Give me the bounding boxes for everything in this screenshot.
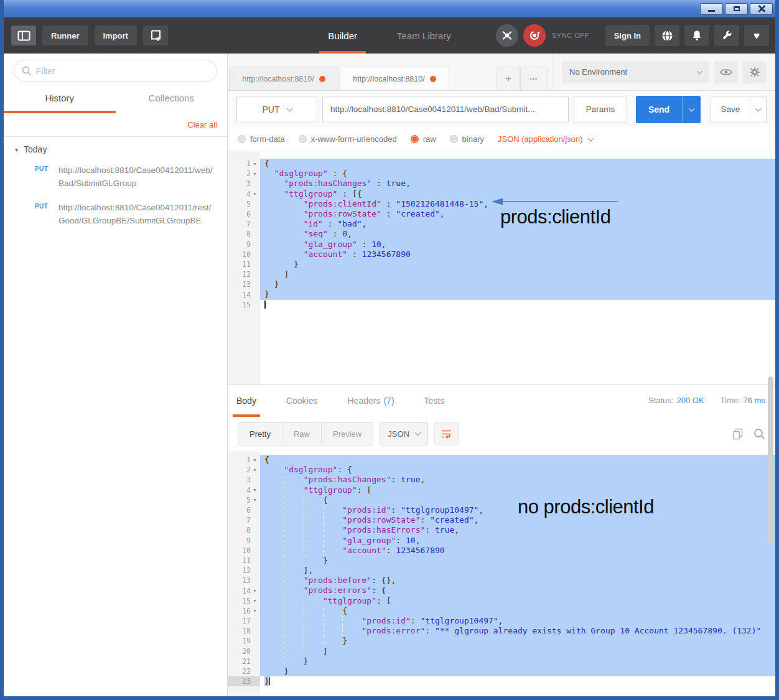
new-tab-button[interactable]: + (497, 67, 520, 90)
url-input[interactable] (322, 96, 569, 123)
tab-builder[interactable]: Builder (319, 17, 366, 54)
explore-button[interactable] (655, 25, 679, 46)
response-tab-headers[interactable]: Headers(7) (344, 385, 398, 417)
filter-input[interactable] (36, 66, 209, 76)
history-group-header[interactable]: ▾ Today (4, 137, 227, 158)
clear-all-row: Clear all (4, 113, 227, 137)
line-number: 17 (242, 617, 251, 625)
radio-icon (299, 135, 307, 143)
sidebar-tab-collections[interactable]: Collections (116, 85, 228, 113)
copy-icon[interactable] (732, 428, 744, 440)
unsaved-dot-icon (430, 76, 436, 82)
new-window-button[interactable] (143, 26, 168, 45)
history-item[interactable]: PUThttp://localhost:8810/Case00412011/we… (4, 158, 227, 195)
indent-guide (304, 596, 304, 606)
params-button[interactable]: Params (574, 96, 627, 123)
code-line: "account" : 1234567890 (260, 250, 775, 259)
save-button[interactable]: Save (711, 96, 750, 123)
heart-icon: ♥ (753, 30, 760, 41)
indent-guide (284, 495, 284, 505)
request-tab[interactable]: http://localhost:8810/ (229, 67, 338, 90)
view-mode-pretty[interactable]: Pretty (238, 422, 282, 445)
wrap-text-button[interactable] (434, 422, 459, 446)
code-line: } (260, 289, 775, 299)
gutter-line: 9 (228, 536, 260, 546)
sign-in-button[interactable]: Sign In (605, 25, 650, 46)
body-type-option[interactable]: form-data (238, 134, 285, 144)
code-area: { "dsglgroup" : { "prods:hasChanges" : t… (260, 151, 775, 384)
search-response-icon[interactable] (753, 428, 765, 440)
line-number: 7 (246, 516, 251, 525)
response-tab-body[interactable]: Body (233, 385, 260, 417)
send-options-button[interactable] (682, 96, 701, 123)
gutter-line: 11 (228, 556, 260, 566)
body-type-option[interactable]: x-www-form-urlencoded (299, 134, 397, 144)
gutter-line: 4▾ (228, 189, 260, 199)
fold-arrow-icon: ▾ (251, 171, 259, 177)
body-type-row: form-datax-www-form-urlencodedrawbinary … (228, 128, 775, 151)
content-type-select[interactable]: JSON (application/json) (498, 134, 593, 144)
sidebar-tab-history[interactable]: History (4, 85, 116, 113)
method-select[interactable]: PUT (236, 96, 317, 123)
request-tab[interactable]: http://localhost:8810/ (340, 67, 449, 90)
send-button[interactable]: Send (636, 96, 682, 123)
sidebar-toggle-button[interactable] (11, 26, 36, 45)
line-number: 12 (242, 270, 251, 279)
minimize-icon (708, 10, 715, 12)
close-button[interactable] (750, 3, 773, 15)
sidebar-toggle-icon (17, 30, 30, 41)
import-button[interactable]: Import (95, 26, 137, 45)
indent-guide (284, 606, 284, 616)
gutter-line: 20 (228, 646, 260, 656)
response-body-editor[interactable]: 1▾2▾34▾5▾67891011121314▾15▾16▾1718192021… (228, 451, 775, 696)
response-tab-tests[interactable]: Tests (421, 385, 449, 417)
settings-wrench-button[interactable] (714, 25, 739, 46)
request-body-editor[interactable]: 1▾2▾34▾56789101112131415 { "dsglgroup" :… (228, 151, 775, 384)
code-line: "prods:hasChanges": true, (260, 475, 775, 485)
environment-settings-button[interactable] (743, 61, 767, 83)
gutter-line: 3 (228, 475, 260, 485)
sync-button[interactable] (523, 24, 546, 47)
line-number: 22 (242, 667, 251, 676)
view-mode-preview[interactable]: Preview (322, 422, 373, 445)
clear-all-link[interactable]: Clear all (187, 120, 217, 129)
body-type-option[interactable]: binary (450, 134, 484, 144)
code-line: "prods:error": "** glgroup already exist… (260, 626, 775, 636)
body-type-label: x-www-form-urlencoded (311, 134, 397, 144)
maximize-button[interactable] (725, 3, 748, 15)
response-tab-cookies[interactable]: Cookies (282, 385, 322, 417)
indent-guide (284, 576, 284, 586)
environment-preview-button[interactable] (714, 61, 738, 83)
line-number: 15 (242, 597, 251, 605)
tab-overflow-button[interactable]: ••• (520, 67, 548, 90)
interceptor-button[interactable] (496, 24, 518, 47)
body-type-option[interactable]: raw (411, 134, 436, 144)
fold-arrow-icon: ▾ (251, 497, 259, 503)
minimize-button[interactable] (700, 3, 723, 15)
notifications-button[interactable] (684, 25, 709, 46)
time-value: 76 ms (744, 396, 765, 405)
sidebar: History Collections Clear all ▾ Today PU… (4, 54, 228, 696)
line-number: 16 (242, 607, 251, 615)
indent-guide (304, 495, 304, 505)
view-mode-raw[interactable]: Raw (282, 422, 322, 445)
code-line: "ttglgroup": [ (260, 596, 775, 606)
send-button-group: Send (636, 96, 701, 123)
format-select[interactable]: JSON (380, 422, 428, 446)
line-number: 11 (242, 556, 251, 565)
fold-arrow-icon: ▾ (251, 608, 259, 614)
code-line (260, 300, 775, 310)
runner-button[interactable]: Runner (42, 26, 88, 45)
code-line: } (260, 556, 775, 566)
request-method-badge: PUT (35, 201, 52, 227)
favorites-button[interactable]: ♥ (744, 25, 769, 46)
save-options-button[interactable] (750, 96, 766, 123)
tab-team-library[interactable]: Team Library (388, 17, 460, 54)
indent-guide (323, 626, 324, 636)
environment-select[interactable]: No Environment (562, 61, 709, 83)
request-tab-label: http://localhost:8810/ (242, 75, 314, 83)
headers-count: (7) (383, 396, 394, 406)
indent-guide (323, 616, 324, 626)
history-item[interactable]: PUThttp://localhost:8810/Case00412011/re… (4, 195, 227, 233)
vertical-scrollbar-thumb[interactable] (768, 376, 773, 543)
